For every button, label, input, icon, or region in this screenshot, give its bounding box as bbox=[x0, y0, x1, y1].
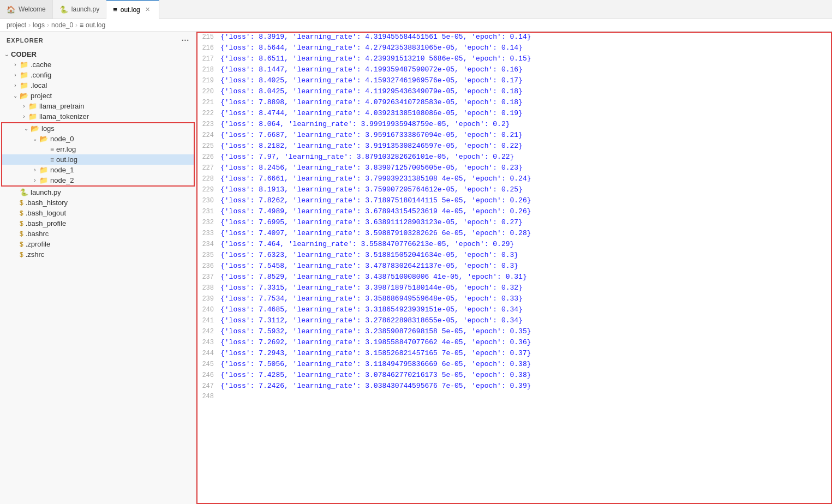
folder-icon: 📁 bbox=[39, 166, 48, 174]
log-line: 247{'loss': 7.2426, 'learning_rate': 3.0… bbox=[197, 382, 831, 393]
more-options-icon[interactable]: ··· bbox=[182, 36, 189, 45]
sidebar-item-local[interactable]: › 📁 .local bbox=[0, 80, 196, 91]
log-line: 216{'loss': 8.5644, 'learning_rate': 4.2… bbox=[197, 44, 831, 55]
log-line: 245{'loss': 7.5056, 'learning_rate': 3.1… bbox=[197, 360, 831, 371]
line-number: 223 bbox=[197, 121, 220, 128]
line-number: 221 bbox=[197, 99, 220, 106]
folder-icon: 📁 bbox=[28, 112, 37, 121]
sidebar-item-bash-history[interactable]: › $ .bash_history bbox=[0, 197, 196, 208]
line-content: {'loss': 8.2182, 'learning_rate': 3.9191… bbox=[220, 142, 523, 150]
folder-icon: 📁 bbox=[39, 176, 48, 184]
log-line: 237{'loss': 7.8529, 'learning_rate': 3.4… bbox=[197, 273, 831, 284]
log-line: 242{'loss': 7.5932, 'learning_rate': 3.2… bbox=[197, 327, 831, 338]
sidebar-item-bash-profile[interactable]: › $ .bash_profile bbox=[0, 218, 196, 229]
line-number: 242 bbox=[197, 328, 220, 335]
sidebar-item-err-log[interactable]: › ≡ err.log bbox=[2, 144, 194, 154]
file-icon: $ bbox=[20, 220, 23, 227]
line-content: {'loss': 8.5644, 'learning_rate': 4.2794… bbox=[220, 44, 523, 52]
line-content: {'loss': 8.4744, 'learning_rate': 4.0392… bbox=[220, 109, 523, 117]
log-line: 236{'loss': 7.5458, 'learning_rate': 3.4… bbox=[197, 262, 831, 273]
line-content: {'loss': 8.2456, 'learning_rate': 3.8390… bbox=[220, 164, 523, 172]
breadcrumb-sep-3: › bbox=[75, 21, 77, 29]
breadcrumb-sep-1: › bbox=[28, 21, 31, 29]
line-number: 233 bbox=[197, 230, 220, 237]
sidebar-item-project[interactable]: ⌄ 📂 project bbox=[0, 91, 196, 101]
sidebar-actions: ··· bbox=[182, 36, 189, 45]
log-line: 230{'loss': 7.8262, 'learning_rate': 3.7… bbox=[197, 196, 831, 207]
tab-launch[interactable]: 🐍 launch.py bbox=[53, 0, 106, 19]
python-icon: 🐍 bbox=[20, 188, 28, 196]
sidebar-item-llama-pretrain[interactable]: › 📁 llama_pretrain bbox=[0, 101, 196, 111]
tab-close-button[interactable]: ✕ bbox=[143, 5, 152, 14]
breadcrumb-node0[interactable]: node_0 bbox=[51, 21, 73, 29]
llama-tokenizer-arrow: › bbox=[20, 113, 28, 119]
sidebar-item-node1[interactable]: › 📁 node_1 bbox=[2, 165, 194, 175]
sidebar-item-logs[interactable]: ⌄ 📂 logs bbox=[2, 123, 194, 134]
node0-arrow: ⌄ bbox=[31, 136, 39, 142]
log-outline: 215{'loss': 8.3919, 'learning_rate': 4.3… bbox=[196, 32, 832, 504]
line-content: {'loss': 7.2426, 'learning_rate': 3.0384… bbox=[220, 382, 531, 390]
tab-outlog[interactable]: ≡ out.log ✕ bbox=[106, 0, 159, 19]
line-content: {'loss': 7.7534, 'learning_rate': 3.3586… bbox=[220, 295, 523, 303]
node1-label: node_1 bbox=[50, 166, 74, 174]
line-number: 225 bbox=[197, 142, 220, 150]
log-area[interactable]: 215{'loss': 8.3919, 'learning_rate': 4.3… bbox=[197, 33, 831, 404]
line-number: 231 bbox=[197, 208, 220, 215]
log-line: 239{'loss': 7.7534, 'learning_rate': 3.3… bbox=[197, 295, 831, 305]
tab-welcome[interactable]: 🏠 Welcome bbox=[0, 0, 53, 19]
line-number: 244 bbox=[197, 350, 220, 357]
coder-label: CODER bbox=[11, 50, 37, 58]
node1-arrow: › bbox=[31, 167, 39, 173]
log-line: 243{'loss': 7.2692, 'learning_rate': 3.1… bbox=[197, 338, 831, 349]
line-number: 234 bbox=[197, 241, 220, 248]
sidebar-item-out-log[interactable]: › ≡ out.log bbox=[2, 154, 194, 165]
coder-arrow: ⌄ bbox=[2, 51, 11, 57]
breadcrumb-logs[interactable]: logs bbox=[33, 21, 45, 29]
line-number: 230 bbox=[197, 197, 220, 205]
sidebar-item-bashrc[interactable]: › $ .bashrc bbox=[0, 229, 196, 239]
line-number: 219 bbox=[197, 77, 220, 85]
sidebar-item-cache[interactable]: › 📁 .cache bbox=[0, 59, 196, 70]
line-number: 247 bbox=[197, 382, 220, 390]
sidebar-item-node2[interactable]: › 📁 node_2 bbox=[2, 175, 194, 185]
local-arrow: › bbox=[11, 82, 20, 88]
folder-icon: 📁 bbox=[28, 102, 37, 110]
log-line: 227{'loss': 8.2456, 'learning_rate': 3.8… bbox=[197, 164, 831, 175]
log-line: 234{'loss': 7.464, 'learning_rate': 3.55… bbox=[197, 240, 831, 251]
line-content: {'loss': 8.4025, 'learning_rate': 4.1593… bbox=[220, 76, 523, 85]
sidebar-item-zprofile[interactable]: › $ .zprofile bbox=[0, 239, 196, 249]
llama-pretrain-label: llama_pretrain bbox=[39, 102, 84, 110]
log-line: 235{'loss': 7.6323, 'learning_rate': 3.5… bbox=[197, 251, 831, 262]
log-line: 226{'loss': 7.97, 'learning_rate': 3.879… bbox=[197, 153, 831, 164]
line-number: 220 bbox=[197, 88, 220, 95]
line-content: {'loss': 8.3919, 'learning_rate': 4.3194… bbox=[220, 33, 531, 41]
log-line: 244{'loss': 7.2943, 'learning_rate': 3.1… bbox=[197, 349, 831, 360]
line-number: 239 bbox=[197, 295, 220, 303]
line-number: 216 bbox=[197, 44, 220, 52]
main-area: EXPLORER ··· ⌄ CODER › 📁 .cache › 📁 .con… bbox=[0, 32, 832, 504]
folder-open-icon: 📂 bbox=[39, 135, 48, 143]
sidebar-item-node0[interactable]: ⌄ 📂 node_0 bbox=[2, 134, 194, 144]
llama-tokenizer-label: llama_tokenizer bbox=[39, 112, 89, 121]
line-content: {'loss': 7.5932, 'learning_rate': 3.2385… bbox=[220, 327, 531, 335]
breadcrumb: project › logs › node_0 › ≡ out.log bbox=[0, 19, 832, 32]
sidebar-item-llama-tokenizer[interactable]: › 📁 llama_tokenizer bbox=[0, 111, 196, 122]
log-line: 233{'loss': 7.4097, 'learning_rate': 3.5… bbox=[197, 229, 831, 240]
breadcrumb-project[interactable]: project bbox=[7, 21, 26, 29]
logs-arrow: ⌄ bbox=[22, 125, 31, 131]
line-content: {'loss': 8.1447, 'learning_rate': 4.1993… bbox=[220, 65, 523, 74]
line-content: {'loss': 7.6995, 'learning_rate': 3.6389… bbox=[220, 218, 523, 226]
config-arrow: › bbox=[11, 72, 20, 78]
sidebar-item-zshrc[interactable]: › $ .zshrc bbox=[0, 249, 196, 260]
file-icon: $ bbox=[20, 199, 23, 207]
bash-profile-label: .bash_profile bbox=[26, 219, 66, 227]
sidebar-item-launch-py[interactable]: › 🐍 launch.py bbox=[0, 187, 196, 197]
sidebar-item-bash-logout[interactable]: › $ .bash_logout bbox=[0, 208, 196, 218]
line-number: 229 bbox=[197, 186, 220, 194]
sidebar-item-coder[interactable]: ⌄ CODER bbox=[0, 49, 196, 59]
log-line: 231{'loss': 7.4989, 'learning_rate': 3.6… bbox=[197, 207, 831, 218]
line-content: {'loss': 7.97, 'learning_rate': 3.879103… bbox=[220, 153, 514, 161]
sidebar-item-config[interactable]: › 📁 .config bbox=[0, 70, 196, 80]
bashrc-label: .bashrc bbox=[26, 230, 49, 238]
line-number: 232 bbox=[197, 219, 220, 226]
